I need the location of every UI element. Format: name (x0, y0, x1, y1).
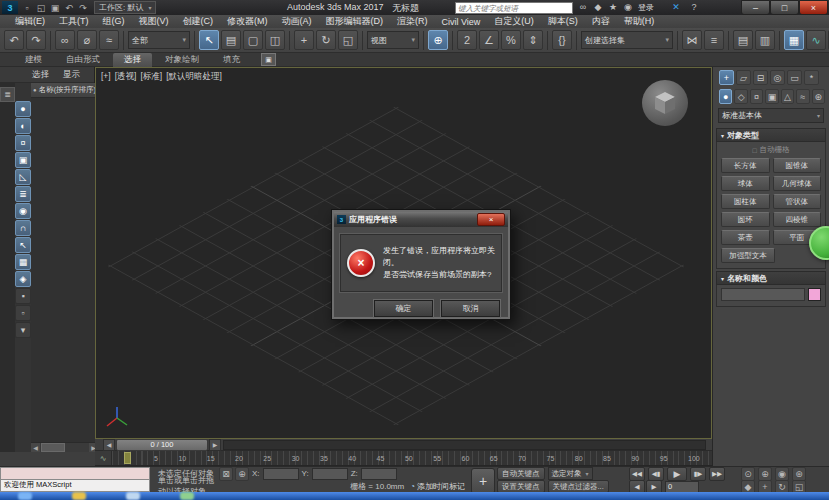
named-sets-dropdown[interactable]: 创建选择集▾ (581, 31, 673, 49)
viewport-menu-standard[interactable]: [标准] (140, 71, 162, 83)
align-icon[interactable]: ≡ (704, 30, 724, 50)
redo-small-icon[interactable]: ↷ (76, 2, 90, 14)
ribbon-tab-4[interactable]: 填充 (212, 53, 251, 67)
open-file-icon[interactable]: ◱ (34, 2, 48, 14)
unlink-selection-icon[interactable]: ⌀ (77, 30, 97, 50)
percent-snap-icon[interactable]: % (501, 30, 521, 50)
go-to-end-icon[interactable]: ▶▶ (709, 467, 725, 481)
selected-filter-dropdown[interactable]: 选定对象 ▾ (548, 467, 593, 480)
tab-select[interactable]: 选择 (26, 69, 55, 81)
edit-named-sets-icon[interactable]: {} (552, 30, 572, 50)
go-to-start-icon[interactable]: ◀◀ (629, 467, 645, 481)
y-coordinate-field[interactable] (312, 468, 348, 480)
taskbar-item[interactable] (18, 492, 32, 500)
use-pivot-center-icon[interactable]: ⊕ (428, 30, 448, 50)
name-color-rollout-header[interactable]: ▾ 名称和颜色 (716, 271, 826, 285)
explorer-horizontal-scrollbar[interactable]: ◀ ▶ (31, 442, 98, 452)
display-groups-icon[interactable]: ◉ (15, 203, 31, 219)
viewport-menu-pov[interactable]: [透视] (115, 71, 137, 83)
display-tab-icon[interactable]: ▭ (787, 70, 802, 85)
select-and-rotate-icon[interactable]: ↻ (316, 30, 336, 50)
object-type-button-text-plus[interactable]: 加强型文本 (721, 248, 775, 263)
ribbon-tab-2[interactable]: 选择 (113, 53, 152, 67)
explorer-menu-icon[interactable]: ≣ (0, 87, 15, 102)
pin-column-icon[interactable]: ▫ (15, 305, 31, 321)
mini-curve-editor-icon[interactable]: ∿ (95, 451, 112, 465)
viewport-menu-general[interactable]: [+] (101, 71, 111, 83)
favorites-icon[interactable]: ★ (607, 1, 619, 13)
select-and-link-icon[interactable]: ∞ (55, 30, 75, 50)
explorer-column-header[interactable]: ● 名称(按升序排序) (31, 83, 98, 98)
object-type-button[interactable]: 圆锥体 (773, 158, 822, 173)
display-lights-icon[interactable]: ¤ (15, 135, 31, 151)
object-type-button[interactable]: 几何球体 (773, 176, 822, 191)
primitive-category-dropdown[interactable]: 标准基本体 ▾ (718, 108, 824, 123)
redo-icon[interactable]: ↷ (26, 30, 46, 50)
scroll-left-icon[interactable]: ◀ (31, 443, 40, 452)
object-name-field[interactable] (721, 288, 805, 301)
menu-item-10[interactable]: 自定义(U) (487, 15, 541, 28)
motion-tab-icon[interactable]: ◎ (770, 70, 785, 85)
menu-item-7[interactable]: 图形编辑器(D) (319, 15, 391, 28)
time-slider-track[interactable] (223, 440, 706, 450)
new-scene-icon[interactable]: ▫ (20, 2, 34, 14)
lights-category-icon[interactable]: ¤ (750, 89, 763, 104)
ok-button[interactable]: 确定 (374, 300, 433, 317)
minimize-icon[interactable]: – (741, 0, 770, 15)
object-type-button[interactable]: 四棱锥 (773, 212, 822, 227)
autogrid-checkbox[interactable]: □ 自动栅格 (721, 145, 821, 155)
x-coordinate-field[interactable] (263, 468, 299, 480)
zoom-all-icon[interactable]: ⊕ (758, 467, 772, 481)
layer-explorer-toggle-icon[interactable]: ▥ (755, 30, 775, 50)
menu-item-0[interactable]: 编辑(E) (8, 15, 52, 28)
menu-item-4[interactable]: 创建(C) (176, 15, 221, 28)
ribbon-tab-3[interactable]: 对象绘制 (154, 53, 210, 67)
tab-display[interactable]: 显示 (57, 69, 86, 81)
time-forward-icon[interactable]: ▶ (209, 439, 221, 451)
track-bar-ruler[interactable]: 5101520253035404550556065707580859095100 (112, 451, 712, 465)
display-cameras-icon[interactable]: ▣ (15, 152, 31, 168)
sign-in-link[interactable]: 登录 (638, 2, 654, 13)
object-type-button[interactable]: 茶壶 (721, 230, 770, 245)
user-icon[interactable]: ◉ (622, 1, 634, 13)
select-by-name-icon[interactable]: ▤ (221, 30, 241, 50)
menu-item-11[interactable]: 脚本(S) (541, 15, 585, 28)
maximize-icon[interactable]: □ (770, 0, 799, 15)
more-options-icon[interactable]: ▾ (15, 322, 31, 338)
save-file-icon[interactable]: ▣ (48, 2, 62, 14)
window-crossing-icon[interactable]: ◫ (265, 30, 285, 50)
zoom-extents-icon[interactable]: ◉ (775, 467, 789, 481)
object-type-button[interactable]: 圆柱体 (721, 194, 770, 209)
object-type-button[interactable]: 球体 (721, 176, 770, 191)
select-and-move-icon[interactable]: + (294, 30, 314, 50)
object-type-button[interactable]: 长方体 (721, 158, 770, 173)
geometry-category-icon[interactable]: ● (719, 89, 732, 104)
select-object-icon[interactable]: ↖ (199, 30, 219, 50)
scrollbar-thumb[interactable] (41, 443, 65, 452)
auto-key-button[interactable]: 自动关键点 (497, 467, 545, 480)
display-bones-icon[interactable]: ↖ (15, 237, 31, 253)
ribbon-tab-1[interactable]: 自由形式 (55, 53, 111, 67)
menu-item-6[interactable]: 动画(A) (275, 15, 319, 28)
dialog-close-icon[interactable]: × (477, 213, 505, 226)
explorer-list-body[interactable] (31, 98, 98, 442)
menu-item-8[interactable]: 渲染(R) (390, 15, 435, 28)
cameras-category-icon[interactable]: ▣ (765, 89, 778, 104)
selection-lock-icon[interactable]: ⊠ (219, 467, 233, 481)
reference-coordinate-dropdown[interactable]: 视图▾ (367, 31, 419, 49)
windows-taskbar[interactable] (0, 492, 829, 500)
undo-icon[interactable]: ↶ (4, 30, 24, 50)
helpers-category-icon[interactable]: △ (781, 89, 794, 104)
display-spacewarps-icon[interactable]: ≣ (15, 186, 31, 202)
undo-small-icon[interactable]: ↶ (62, 2, 76, 14)
bind-to-space-warp-icon[interactable]: ≈ (99, 30, 119, 50)
ribbon-toggle-icon[interactable]: ▦ (784, 30, 804, 50)
zoom-extents-all-icon[interactable]: ⊛ (792, 467, 806, 481)
viewport-menu-shading[interactable]: [默认明暗处理] (166, 71, 222, 83)
lock-column-icon[interactable]: ▪ (15, 288, 31, 304)
create-tab-icon[interactable]: + (719, 70, 734, 85)
search-input[interactable] (455, 2, 573, 14)
plus-pencil-button[interactable]: + (471, 468, 495, 494)
scene-explorer-toggle-icon[interactable]: ▤ (733, 30, 753, 50)
display-xrefs-icon[interactable]: ∩ (15, 220, 31, 236)
